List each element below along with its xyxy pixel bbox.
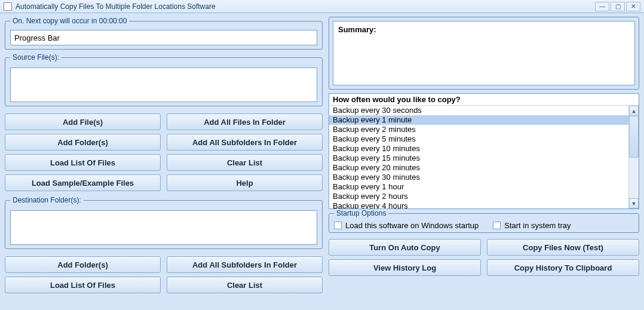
minimize-button[interactable]: — (595, 2, 609, 11)
how-often-item[interactable]: Backup every 15 minutes (329, 154, 628, 163)
add-folders-button[interactable]: Add Folder(s) (5, 134, 161, 151)
start-in-tray-checkbox[interactable]: Start in system tray (493, 221, 571, 230)
startup-legend: Startup Options (334, 209, 388, 217)
progress-bar-field[interactable] (10, 30, 317, 45)
add-all-subfolders-button[interactable]: Add All Subfolders In Folder (167, 134, 323, 151)
source-files-list[interactable] (10, 67, 317, 102)
status-legend: On. Next copy will occur in 00:00:00 (10, 17, 129, 25)
add-all-files-in-folder-button[interactable]: Add All Files In Folder (167, 113, 323, 130)
startup-options-group: Startup Options Load this software on Wi… (329, 209, 639, 233)
how-often-header: How often would you like to copy? (329, 94, 639, 106)
titlebar: Automatically Copy Files To Multiple Fol… (0, 0, 644, 13)
how-often-item[interactable]: Backup every 2 hours (329, 192, 628, 201)
how-often-items[interactable]: Backup every 30 secondsBackup every 1 mi… (329, 106, 628, 208)
clear-list-button[interactable]: Clear List (167, 154, 323, 171)
help-button[interactable]: Help (167, 174, 323, 191)
scrollbar[interactable]: ▲ ▼ (628, 106, 639, 208)
dest-add-folders-button[interactable]: Add Folder(s) (5, 256, 161, 273)
maximize-button[interactable]: ▢ (611, 2, 625, 11)
status-group: On. Next copy will occur in 00:00:00 (5, 17, 323, 50)
summary-box: Summary: (333, 21, 635, 85)
how-often-item[interactable]: Backup every 5 minutes (329, 134, 628, 144)
view-history-log-button[interactable]: View History Log (329, 259, 481, 276)
dest-add-all-subfolders-button[interactable]: Add All Subfolders In Folder (167, 256, 323, 273)
start-in-tray-label: Start in system tray (504, 221, 571, 230)
scroll-up-icon[interactable]: ▲ (629, 106, 639, 116)
how-often-item[interactable]: Backup every 1 minute (329, 115, 628, 125)
scroll-thumb[interactable] (629, 116, 639, 158)
source-legend: Source File(s): (10, 53, 62, 62)
load-on-startup-checkbox[interactable]: Load this software on Windows startup (334, 221, 479, 230)
checkbox-icon (334, 222, 342, 229)
dest-load-list-button[interactable]: Load List Of Files (5, 277, 161, 293)
how-often-item[interactable]: Backup every 4 hours (329, 201, 628, 208)
source-files-group: Source File(s): (5, 53, 323, 106)
window-title: Automatically Copy Files To Multiple Fol… (16, 2, 594, 11)
how-often-item[interactable]: Backup every 20 minutes (329, 163, 628, 173)
how-often-list: How often would you like to copy? Backup… (329, 93, 639, 209)
how-often-item[interactable]: Backup every 2 minutes (329, 125, 628, 134)
summary-label: Summary: (338, 25, 376, 34)
copy-files-now-button[interactable]: Copy Files Now (Test) (487, 239, 639, 256)
destination-folders-group: Destination Folder(s): (5, 196, 323, 249)
app-icon (4, 2, 12, 11)
copy-history-to-clipboard-button[interactable]: Copy History To Clipboard (487, 259, 639, 276)
how-often-item[interactable]: Backup every 30 minutes (329, 173, 628, 182)
load-on-startup-label: Load this software on Windows startup (345, 221, 479, 230)
add-files-button[interactable]: Add File(s) (5, 113, 161, 130)
how-often-item[interactable]: Backup every 10 minutes (329, 144, 628, 154)
destination-legend: Destination Folder(s): (10, 196, 84, 204)
how-often-item[interactable]: Backup every 30 seconds (329, 106, 628, 115)
load-list-of-files-button[interactable]: Load List Of Files (5, 154, 161, 171)
turn-on-auto-copy-button[interactable]: Turn On Auto Copy (329, 239, 481, 256)
dest-clear-list-button[interactable]: Clear List (167, 277, 323, 293)
summary-group: Summary: (329, 17, 639, 90)
scroll-down-icon[interactable]: ▼ (629, 198, 639, 208)
load-sample-files-button[interactable]: Load Sample/Example Files (5, 174, 161, 191)
checkbox-icon (493, 222, 501, 229)
how-often-item[interactable]: Backup every 1 hour (329, 182, 628, 192)
destination-folders-list[interactable] (10, 210, 317, 245)
close-button[interactable]: ✕ (626, 2, 640, 11)
